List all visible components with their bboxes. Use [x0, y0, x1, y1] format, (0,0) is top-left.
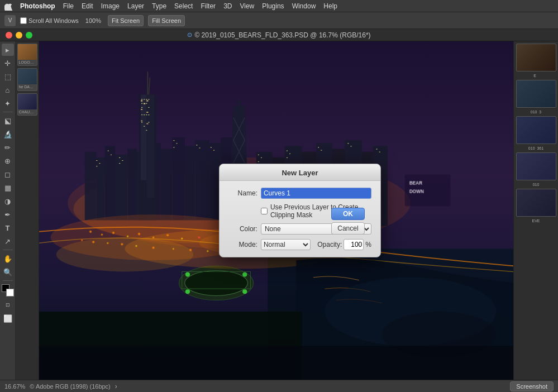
menu-window[interactable]: Window	[292, 2, 316, 10]
zoom-level-display: 100%	[83, 17, 103, 24]
mode-row: Mode: Normal Opacity: %	[228, 239, 371, 250]
right-panel: E_ 010_3 010_361 010 EVE	[513, 41, 558, 380]
svg-rect-60	[148, 99, 149, 100]
tool-pen[interactable]: ✒	[2, 208, 14, 221]
menu-edit[interactable]: Edit	[82, 2, 93, 10]
tool-lasso[interactable]: ⌂	[2, 84, 14, 96]
right-thumb-label-5: EVE	[532, 219, 540, 223]
arrow-icon[interactable]: ›	[115, 383, 117, 390]
thumbnails-panel: LOGO_WEB.p he DA1_3.p CHAU1_052	[16, 41, 39, 380]
svg-rect-58	[144, 99, 145, 100]
svg-rect-89	[258, 155, 259, 155]
menu-plugins[interactable]: Plugins	[262, 2, 284, 10]
tool-type[interactable]: T	[2, 222, 14, 234]
foreground-background-colors[interactable]	[2, 284, 14, 297]
svg-rect-22	[141, 101, 142, 102]
svg-rect-6	[105, 146, 115, 220]
svg-rect-131	[39, 346, 513, 380]
svg-rect-90	[261, 157, 262, 158]
right-thumb-2[interactable]	[516, 80, 556, 108]
menu-help[interactable]: Help	[323, 2, 337, 10]
document-title: © 2019_0105_BEARS_FLD_363.PSD @ 16.7% (R…	[194, 31, 370, 39]
opacity-input[interactable]	[344, 239, 364, 250]
svg-rect-13	[185, 146, 195, 220]
svg-point-53	[56, 237, 193, 271]
tool-move[interactable]: ✛	[2, 57, 14, 69]
thumbnail-chau[interactable]: CHAU1_052	[17, 93, 37, 116]
tool-rect-select[interactable]: ⬚	[2, 70, 14, 83]
svg-point-116	[189, 249, 192, 251]
svg-rect-27	[141, 120, 142, 121]
tool-eraser[interactable]: ◻	[2, 168, 14, 180]
svg-rect-93	[289, 154, 290, 154]
scroll-all-windows-checkbox[interactable]	[20, 17, 27, 24]
svg-rect-79	[119, 157, 120, 158]
tool-arrow[interactable]: ▸	[2, 44, 14, 56]
svg-rect-72	[144, 126, 145, 127]
right-thumb-5[interactable]	[516, 189, 556, 217]
maximize-button[interactable]	[26, 32, 32, 39]
menu-view[interactable]: View	[240, 2, 254, 10]
fit-screen-button[interactable]: Fit Screen	[108, 15, 144, 26]
menu-image[interactable]: Image	[101, 2, 120, 10]
tool-eyedropper[interactable]: 🔬	[2, 128, 14, 140]
move-tool-icon[interactable]: V	[4, 15, 16, 26]
menu-type[interactable]: Type	[152, 2, 166, 10]
svg-rect-11	[161, 149, 172, 221]
minimize-button[interactable]	[16, 32, 22, 39]
svg-rect-28	[146, 123, 148, 124]
tool-screen-mode[interactable]: ⬜	[2, 312, 14, 324]
tool-gradient[interactable]: ▦	[2, 181, 14, 194]
layer-name-input[interactable]	[261, 188, 371, 199]
copyright-symbol: ©	[30, 383, 34, 390]
svg-rect-65	[148, 107, 149, 108]
background-color[interactable]	[6, 289, 14, 297]
svg-rect-78	[111, 155, 112, 155]
svg-rect-87	[211, 147, 212, 147]
svg-rect-85	[196, 145, 197, 145]
right-thumb-1[interactable]	[516, 44, 556, 71]
close-button[interactable]	[6, 32, 12, 39]
right-thumb-3[interactable]	[516, 116, 556, 144]
clipping-mask-checkbox[interactable]	[261, 208, 268, 214]
tool-hand[interactable]: ✋	[2, 252, 14, 265]
menu-3d[interactable]: 3D	[223, 2, 232, 10]
svg-text:BEAR: BEAR	[409, 181, 422, 186]
tool-stamp[interactable]: ⊕	[2, 155, 14, 167]
ok-button[interactable]: OK	[331, 208, 365, 220]
tool-path-select[interactable]: ↗	[2, 235, 14, 247]
fill-screen-button[interactable]: Fill Screen	[148, 15, 185, 26]
svg-rect-92	[287, 151, 288, 151]
right-thumb-label-4: 010	[533, 183, 540, 187]
menu-photoshop[interactable]: Photoshop	[20, 2, 55, 10]
right-thumb-label-2: 010_3	[531, 110, 541, 114]
menu-file[interactable]: File	[63, 2, 74, 10]
canvas-area[interactable]: BEAR DOWN New Layer OK Cancel	[39, 41, 513, 380]
tool-dodge[interactable]: ◑	[2, 195, 14, 207]
menu-layer[interactable]: Layer	[127, 2, 144, 10]
svg-rect-80	[122, 160, 123, 161]
svg-point-112	[121, 243, 123, 245]
svg-rect-91	[258, 161, 259, 162]
color-profile-info: © Adobe RGB (1998) (16bpc)	[30, 383, 110, 390]
svg-point-47	[185, 272, 190, 276]
tool-brush[interactable]: ✏	[2, 141, 14, 154]
tool-quick-mask[interactable]: ⊡	[2, 299, 14, 311]
tool-zoom[interactable]: 🔍	[2, 266, 14, 278]
dialog-buttons: OK Cancel	[331, 208, 365, 235]
menu-select[interactable]: Select	[174, 2, 193, 10]
apple-logo-icon[interactable]	[4, 2, 12, 11]
svg-rect-82	[173, 140, 174, 141]
cancel-button[interactable]: Cancel	[331, 222, 365, 235]
tool-crop[interactable]: ⬕	[2, 114, 14, 127]
mode-select[interactable]: Normal	[261, 239, 311, 250]
menu-filter[interactable]: Filter	[201, 2, 216, 10]
svg-point-102	[101, 233, 103, 235]
svg-rect-25	[141, 109, 142, 110]
right-thumb-4[interactable]	[516, 152, 556, 180]
tool-magic-wand[interactable]: ✦	[2, 97, 14, 109]
thumbnail-logo[interactable]: LOGO_WEB.p	[17, 44, 37, 66]
thumbnail-da1[interactable]: he DA1_3.p	[17, 68, 37, 90]
checkbox-scroll[interactable]: Scroll All Windows	[20, 17, 79, 24]
screenshot-button[interactable]: Screenshot	[510, 381, 554, 391]
